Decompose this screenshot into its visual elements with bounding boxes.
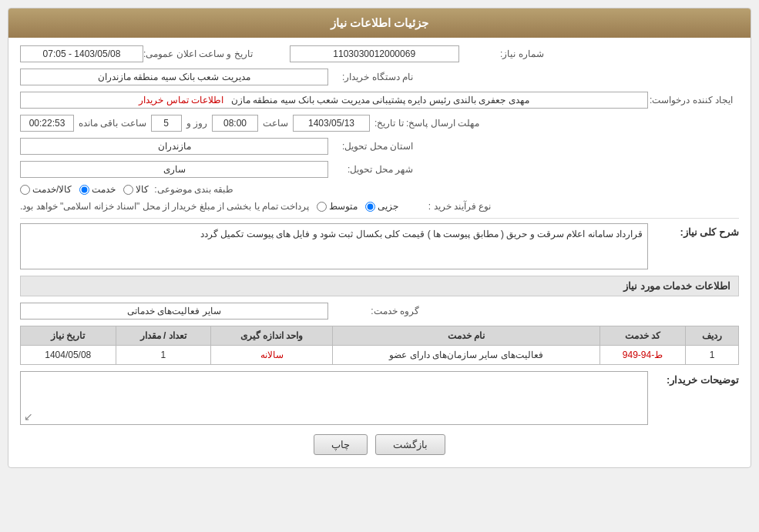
buyer-org-label: نام دستگاه خریدار: xyxy=(328,72,413,82)
creator-row: ایجاد کننده درخواست: مهدی جعفری بالندی ر… xyxy=(20,92,739,109)
reply-deadline-label: مهلت ارسال پاسخ: تا تاریخ: xyxy=(374,118,479,129)
buttons-row: بازگشت چاپ xyxy=(20,434,739,455)
city-value: ساری xyxy=(20,161,328,178)
services-info-header: اطلاعات خدمات مورد نیاز xyxy=(20,276,739,296)
buyer-notes-row: توضیحات خریدار: xyxy=(20,371,739,425)
process-label: نوع فرآیند خرید : xyxy=(406,201,491,212)
category-row: طبقه بندی موضوعی: کالا/خدمت خدمت کالا xyxy=(20,184,739,195)
category-radio-group: کالا/خدمت خدمت کالا xyxy=(20,184,149,195)
remaining-label: ساعت باقی مانده xyxy=(79,118,146,129)
process-part-label: جزیی xyxy=(378,201,398,212)
col-code: کد خدمت xyxy=(599,326,685,346)
buyer-notes-label: توضیحات خریدار: xyxy=(654,371,739,386)
radio-goods-input[interactable] xyxy=(123,185,133,195)
radio-service-input[interactable] xyxy=(79,185,89,195)
radio-service: خدمت xyxy=(79,184,116,195)
cell-unit: سالانه xyxy=(210,346,332,365)
process-medium-label: متوسط xyxy=(329,201,358,212)
col-row: ردیف xyxy=(686,326,739,346)
cell-name: فعالیت‌های سایر سازمان‌های دارای عضو xyxy=(333,346,600,365)
process-text: پرداخت تمام یا بخشی از مبلغ خریدار از مح… xyxy=(20,201,309,212)
buyer-notes-box xyxy=(20,371,648,425)
reply-time-label: ساعت xyxy=(263,118,288,129)
process-row: نوع فرآیند خرید : متوسط جزیی پرداخت تمام… xyxy=(20,201,739,212)
reply-date: 1403/05/13 xyxy=(293,115,370,132)
card-body: شماره نیاز: 1103030012000069 تاریخ و ساع… xyxy=(8,38,751,467)
reply-days-label: روز و xyxy=(186,118,207,129)
cell-code: ط-94-949 xyxy=(599,346,685,365)
process-part-input[interactable] xyxy=(365,202,375,212)
process-medium-input[interactable] xyxy=(317,202,327,212)
radio-service-label: خدمت xyxy=(92,184,116,195)
table-head: ردیف کد خدمت نام خدمت واحد اندازه گیری ت… xyxy=(21,326,739,346)
reply-deadline-row: مهلت ارسال پاسخ: تا تاریخ: 1403/05/13 سا… xyxy=(20,115,739,132)
announce-datetime-value: 1403/05/08 - 07:05 xyxy=(20,45,143,62)
city-label: شهر محل تحویل: xyxy=(328,164,413,175)
divider-1 xyxy=(20,218,739,219)
service-group-value: سایر فعالیت‌های خدماتی xyxy=(20,303,328,320)
back-button[interactable]: بازگشت xyxy=(375,434,445,455)
creator-value: مهدی جعفری بالندی رئیس دایره پشتیبانی مد… xyxy=(20,92,648,109)
city-row: شهر محل تحویل: ساری xyxy=(20,161,739,178)
print-button[interactable]: چاپ xyxy=(314,434,368,455)
process-part: جزیی xyxy=(365,201,398,212)
main-card: جزئیات اطلاعات نیاز شماره نیاز: 11030300… xyxy=(8,8,751,468)
announce-datetime-label: تاریخ و ساعت اعلان عمومی: xyxy=(143,49,253,59)
remaining-time: 00:22:53 xyxy=(20,115,74,132)
contact-link[interactable]: اطلاعات تماس خریدار xyxy=(139,95,223,105)
radio-goods: کالا xyxy=(123,184,149,195)
radio-goods-service: کالا/خدمت xyxy=(20,184,72,195)
table-row: 1 ط-94-949 فعالیت‌های سایر سازمان‌های دا… xyxy=(21,346,739,365)
buyer-org-row: نام دستگاه خریدار: مدیریت شعب بانک سیه م… xyxy=(20,69,739,85)
province-value: مازندران xyxy=(20,138,328,155)
need-number-value: 1103030012000069 xyxy=(290,45,459,62)
cell-qty: 1 xyxy=(116,346,210,365)
service-group-label: گروه خدمت: xyxy=(334,306,419,316)
page-title: جزئیات اطلاعات نیاز xyxy=(331,16,428,29)
category-label: طبقه بندی موضوعی: xyxy=(149,184,233,195)
buyer-org-value: مدیریت شعب بانک سیه منطقه مازندران xyxy=(20,69,328,85)
creator-label: ایجاد کننده درخواست: xyxy=(648,95,733,105)
radio-goods-label: کالا xyxy=(136,184,149,195)
col-qty: تعداد / مقدار xyxy=(116,326,210,346)
province-row: استان محل تحویل: مازندران xyxy=(20,138,739,155)
need-description-label: شرح کلی نیاز: xyxy=(654,223,739,238)
process-medium: متوسط xyxy=(317,201,358,212)
need-description-section: شرح کلی نیاز: قرارداد سامانه اعلام سرقت … xyxy=(20,223,739,269)
col-unit: واحد اندازه گیری xyxy=(210,326,332,346)
cell-date: 1404/05/08 xyxy=(21,346,116,365)
reply-days: 5 xyxy=(151,115,182,132)
col-name: نام خدمت xyxy=(333,326,600,346)
table-header-row: ردیف کد خدمت نام خدمت واحد اندازه گیری ت… xyxy=(21,326,739,346)
service-group-row: گروه خدمت: سایر فعالیت‌های خدماتی xyxy=(20,303,739,320)
table-body: 1 ط-94-949 فعالیت‌های سایر سازمان‌های دا… xyxy=(21,346,739,365)
process-radio-group: متوسط جزیی xyxy=(317,201,398,212)
col-date: تاریخ نیاز xyxy=(21,326,116,346)
reply-time: 08:00 xyxy=(212,115,258,132)
radio-goods-service-input[interactable] xyxy=(20,185,30,195)
cell-row: 1 xyxy=(686,346,739,365)
radio-goods-service-label: کالا/خدمت xyxy=(32,184,72,195)
services-table-section: ردیف کد خدمت نام خدمت واحد اندازه گیری ت… xyxy=(20,326,739,365)
need-description-value: قرارداد سامانه اعلام سرقت و حریق ( مطابق… xyxy=(20,223,648,269)
services-table: ردیف کد خدمت نام خدمت واحد اندازه گیری ت… xyxy=(20,326,739,365)
card-header: جزئیات اطلاعات نیاز xyxy=(8,8,751,38)
province-label: استان محل تحویل: xyxy=(328,141,413,152)
need-number-label: شماره نیاز: xyxy=(459,49,544,59)
need-number-row: شماره نیاز: 1103030012000069 تاریخ و ساع… xyxy=(20,45,739,62)
page-container: جزئیات اطلاعات نیاز شماره نیاز: 11030300… xyxy=(0,0,759,532)
